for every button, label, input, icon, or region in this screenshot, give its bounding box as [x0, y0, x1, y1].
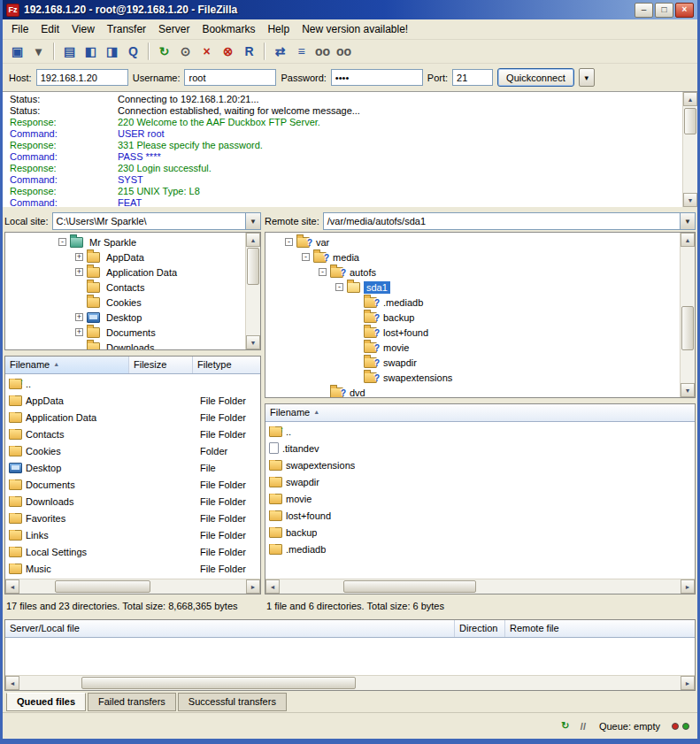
toggle-remote-tree-button[interactable]: ◨	[102, 42, 122, 61]
file-row[interactable]: Desktop File	[5, 459, 260, 476]
tree-item[interactable]: - var	[268, 234, 680, 249]
column-header-remote-file[interactable]: Remote file	[505, 620, 695, 637]
quickconnect-dropdown-button[interactable]: ▾	[579, 68, 595, 87]
file-row[interactable]: Documents File Folder	[5, 476, 260, 493]
maximize-button[interactable]: □	[655, 3, 673, 18]
scroll-up-icon[interactable]: ▲	[681, 233, 695, 247]
tree-item[interactable]: swapextensions	[268, 370, 680, 385]
password-input[interactable]	[331, 69, 423, 86]
queue-tab[interactable]: Failed transfers	[88, 693, 176, 711]
filter-button[interactable]: oo	[312, 42, 333, 61]
file-row[interactable]: .titandev	[265, 440, 695, 456]
username-input[interactable]	[184, 69, 276, 86]
file-row[interactable]: swapdir	[265, 473, 695, 490]
toolbar-button[interactable]	[148, 42, 150, 60]
toggle-message-log-button[interactable]: ▤	[59, 42, 80, 61]
chevron-down-icon[interactable]: ▼	[245, 213, 260, 229]
scrollbar-thumb[interactable]	[247, 248, 259, 285]
scroll-down-icon[interactable]: ▼	[683, 193, 697, 207]
directory-comparison-icon[interactable]: ↻	[558, 719, 573, 733]
chevron-down-icon[interactable]: ▼	[680, 213, 695, 229]
search-button[interactable]: oo	[334, 42, 354, 61]
tree-expander-icon[interactable]	[352, 328, 360, 336]
file-row[interactable]: ..	[5, 375, 260, 392]
process-queue-button[interactable]: ⊙	[175, 42, 196, 61]
menu-item[interactable]: New version available!	[296, 20, 414, 38]
file-row[interactable]: ..	[265, 423, 695, 440]
tree-item[interactable]: + Application Data	[8, 265, 245, 280]
refresh-button[interactable]: ↻	[154, 42, 174, 61]
scroll-left-icon[interactable]: ◄	[265, 579, 280, 594]
column-header-direction[interactable]: Direction	[455, 620, 505, 637]
file-row[interactable]: lost+found	[265, 507, 695, 524]
tree-item[interactable]: Contacts	[8, 280, 245, 295]
scroll-right-icon[interactable]: ►	[681, 676, 695, 690]
tree-expander-icon[interactable]	[75, 298, 83, 306]
scroll-right-icon[interactable]: ►	[246, 579, 260, 594]
log-scrollbar[interactable]: ▲ ▼	[682, 92, 697, 207]
tree-item[interactable]: + AppData	[8, 249, 245, 265]
tree-expander-icon[interactable]: -	[319, 268, 327, 276]
tree-item[interactable]: - sda1	[268, 280, 680, 295]
remote-list-hscrollbar[interactable]: ◄ ►	[265, 579, 695, 594]
minimize-button[interactable]: –	[635, 3, 653, 18]
tree-expander-icon[interactable]: -	[58, 238, 66, 246]
file-row[interactable]: Downloads File Folder	[5, 493, 260, 510]
tree-item[interactable]: + Desktop	[8, 310, 245, 325]
toolbar-button[interactable]	[264, 42, 265, 60]
quickconnect-button[interactable]: Quickconnect	[497, 68, 574, 87]
scrollbar-thumb[interactable]	[55, 580, 150, 593]
tree-expander-icon[interactable]: +	[75, 328, 83, 336]
host-input[interactable]	[36, 69, 128, 86]
file-row[interactable]: Application Data File Folder	[5, 409, 260, 426]
file-row[interactable]: Contacts File Folder	[5, 426, 260, 442]
tree-item[interactable]: Downloads	[8, 340, 245, 349]
tree-expander-icon[interactable]: +	[75, 268, 83, 276]
tree-item[interactable]: backup	[268, 310, 680, 325]
menu-item[interactable]: Bookmarks	[196, 20, 261, 38]
tree-expander-icon[interactable]: -	[335, 283, 343, 291]
menu-item[interactable]: Server	[152, 20, 196, 38]
tree-expander-icon[interactable]	[352, 298, 360, 306]
cancel-operation-button[interactable]: ×	[196, 42, 217, 61]
tree-expander-icon[interactable]	[75, 343, 83, 349]
local-site-combo[interactable]: C:\Users\Mr Sparkle\ ▼	[52, 212, 261, 230]
menu-item[interactable]: Edit	[35, 20, 65, 38]
queue-tab[interactable]: Successful transfers	[178, 693, 287, 711]
tree-item[interactable]: movie	[268, 340, 680, 355]
tree-expander-icon[interactable]	[352, 313, 360, 321]
file-row[interactable]: Music File Folder	[5, 560, 260, 577]
local-list-hscrollbar[interactable]: ◄ ►	[5, 579, 260, 594]
scroll-left-icon[interactable]: ◄	[5, 676, 19, 690]
tree-expander-icon[interactable]	[319, 388, 327, 396]
remote-tree-scrollbar[interactable]: ▲ ▼	[680, 233, 695, 397]
tree-item[interactable]: + Documents	[8, 325, 245, 340]
file-row[interactable]: Links File Folder	[5, 526, 260, 543]
speed-limits-icon[interactable]: //	[575, 719, 591, 733]
reconnect-button[interactable]: R	[239, 42, 259, 61]
toggle-local-tree-button[interactable]: ◧	[81, 42, 101, 61]
tree-item[interactable]: - media	[268, 249, 680, 265]
disconnect-button[interactable]: ⊗	[218, 42, 238, 61]
scroll-up-icon[interactable]: ▲	[246, 233, 260, 247]
file-row[interactable]: Cookies Folder	[5, 442, 260, 459]
file-row[interactable]: movie	[265, 490, 695, 507]
tree-expander-icon[interactable]	[352, 343, 360, 351]
port-input[interactable]	[452, 69, 493, 86]
tree-item[interactable]: lost+found	[268, 325, 680, 340]
tree-item[interactable]: Cookies	[8, 295, 245, 310]
scroll-up-icon[interactable]: ▲	[683, 92, 697, 106]
tree-expander-icon[interactable]: +	[75, 253, 83, 261]
tree-expander-icon[interactable]: -	[285, 238, 293, 246]
column-header-filesize[interactable]: Filesize	[129, 357, 193, 373]
toggle-queue-button[interactable]: Q	[123, 42, 143, 61]
toolbar-button[interactable]	[53, 42, 55, 60]
scroll-down-icon[interactable]: ▼	[246, 335, 260, 349]
tree-expander-icon[interactable]	[75, 283, 83, 291]
file-row[interactable]: .mediadb	[265, 541, 695, 557]
scrollbar-thumb[interactable]	[684, 108, 696, 134]
scrollbar-thumb[interactable]	[81, 677, 356, 689]
scroll-left-icon[interactable]: ◄	[5, 579, 19, 594]
file-row[interactable]: AppData File Folder	[5, 392, 260, 409]
open-site-manager-button[interactable]: ▣	[7, 42, 27, 61]
